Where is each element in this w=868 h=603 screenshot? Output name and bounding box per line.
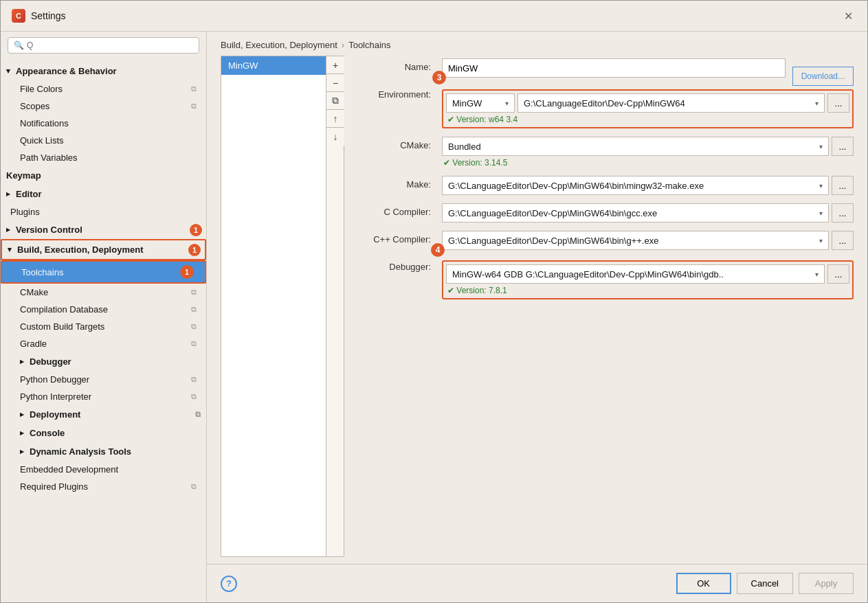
breadcrumb-sep: › — [342, 40, 344, 50]
sidebar-item-compilation-db[interactable]: Compilation Database ⧉ — [1, 301, 206, 318]
debugger-badge: 4 — [431, 243, 445, 257]
sidebar-item-label: Build, Execution, Deployment — [17, 244, 143, 255]
title-bar-left: C Settings — [12, 9, 66, 23]
copy-icon: ⧉ — [191, 102, 197, 111]
sidebar-item-label: Compilation Database — [20, 304, 108, 315]
copy-icon: ⧉ — [191, 84, 197, 93]
sidebar-item-gradle[interactable]: Gradle ⧉ — [1, 335, 206, 352]
remove-toolchain-button[interactable]: − — [326, 74, 344, 92]
add-toolchain-button[interactable]: + — [326, 56, 344, 74]
apply-button[interactable]: Apply — [799, 573, 854, 594]
sidebar-item-embedded-development[interactable]: Embedded Development — [1, 461, 206, 478]
sidebar-item-file-colors[interactable]: File Colors ⧉ — [1, 80, 206, 98]
make-browse-button[interactable]: ... — [832, 176, 854, 195]
sidebar-item-python-interpreter[interactable]: Python Interpreter ⧉ — [1, 388, 206, 405]
search-input[interactable] — [27, 41, 193, 50]
close-button[interactable]: ✕ — [840, 8, 856, 24]
env-browse-button[interactable]: ... — [827, 93, 849, 113]
debugger-dropdown[interactable]: MinGW-w64 GDB G:\CLanguageEditor\Dev-Cpp… — [446, 264, 825, 284]
sidebar-item-python-debugger[interactable]: Python Debugger ⧉ — [1, 371, 206, 388]
sidebar-item-quick-lists[interactable]: Quick Lists — [1, 132, 206, 149]
search-box[interactable]: 🔍 — [8, 37, 199, 54]
sidebar-item-deployment[interactable]: Deployment ⧉ — [1, 405, 206, 424]
debugger-browse-button[interactable]: ... — [827, 264, 849, 284]
search-icon: 🔍 — [14, 41, 24, 50]
app-icon: C — [12, 9, 25, 23]
sidebar-item-editor[interactable]: Editor — [1, 185, 206, 203]
bottom-bar: ? OK Cancel Apply — [207, 564, 867, 602]
chevron-down-icon: ▾ — [505, 100, 509, 107]
sidebar-item-cmake[interactable]: CMake ⧉ — [1, 284, 206, 301]
name-input[interactable] — [442, 58, 786, 78]
cmake-browse-button[interactable]: ... — [832, 137, 854, 156]
debugger-label: Debugger: — [355, 258, 431, 272]
cpp-compiler-value-label: G:\CLanguageEditor\Dev-Cpp\MinGW64\bin\g… — [448, 236, 658, 246]
sidebar-item-scopes[interactable]: Scopes ⧉ — [1, 98, 206, 115]
env-version-text: ✔ Version: w64 3.4 — [446, 115, 849, 124]
move-down-button[interactable]: ↓ — [326, 128, 344, 146]
debugger-highlight-wrapper: MinGW-w64 GDB G:\CLanguageEditor\Dev-Cpp… — [442, 260, 854, 299]
dialog-body: 🔍 Appearance & Behavior File Colors ⧉ Sc… — [1, 32, 867, 602]
sidebar-item-custom-build-targets[interactable]: Custom Build Targets ⧉ — [1, 318, 206, 335]
env-path-dropdown[interactable]: G:\CLanguageEditor\Dev-Cpp\MinGW64 ▾ — [518, 93, 825, 113]
settings-dialog: C Settings ✕ 🔍 Appearance & Behavior Fil… — [0, 0, 868, 603]
sidebar-item-label: Dynamic Analysis Tools — [30, 446, 131, 457]
chevron-down-icon: ▾ — [815, 271, 819, 278]
sidebar-item-path-variables[interactable]: Path Variables — [1, 149, 206, 166]
sidebar-item-keymap[interactable]: Keymap — [1, 166, 206, 185]
cpp-compiler-dropdown[interactable]: G:\CLanguageEditor\Dev-Cpp\MinGW64\bin\g… — [442, 231, 829, 250]
sidebar-item-appearance[interactable]: Appearance & Behavior — [1, 62, 206, 80]
sidebar-item-label: Keymap — [6, 170, 41, 181]
cmake-value-label: Bundled — [448, 141, 481, 152]
sidebar-item-label: Notifications — [20, 118, 69, 128]
cmake-field: Bundled ▾ ... ✔ Version: 3.14.5 — [442, 137, 854, 168]
cpp-compiler-row: C++ Compiler: G:\CLanguageEditor\Dev-Cpp… — [355, 231, 854, 250]
c-compiler-browse-button[interactable]: ... — [832, 203, 854, 223]
env-type-dropdown[interactable]: MinGW ▾ — [446, 93, 515, 113]
cmake-row: CMake: Bundled ▾ ... ✔ Version: 3.14.5 — [355, 137, 854, 168]
sidebar-item-plugins[interactable]: Plugins — [1, 203, 206, 220]
sidebar-item-toolchains[interactable]: Toolchains 1 — [1, 260, 206, 284]
sidebar-list: Appearance & Behavior File Colors ⧉ Scop… — [1, 59, 206, 602]
make-dropdown[interactable]: G:\CLanguageEditor\Dev-Cpp\MinGW64\bin\m… — [442, 176, 829, 195]
c-compiler-dropdown[interactable]: G:\CLanguageEditor\Dev-Cpp\MinGW64\bin\g… — [442, 203, 829, 223]
help-button[interactable]: ? — [221, 576, 237, 592]
debugger-value-label: MinGW-w64 GDB G:\CLanguageEditor\Dev-Cpp… — [452, 269, 724, 280]
sidebar-item-label: Version Control — [16, 225, 82, 235]
cmake-dropdown[interactable]: Bundled ▾ — [442, 137, 829, 156]
sidebar-item-label: Embedded Development — [20, 464, 118, 475]
ok-button[interactable]: OK — [676, 573, 731, 594]
chevron-down-icon: ▾ — [819, 209, 823, 217]
download-button[interactable]: Download... — [792, 67, 854, 86]
sidebar-item-version-control[interactable]: Version Control 1 — [1, 220, 206, 239]
sidebar-item-dynamic-analysis-tools[interactable]: Dynamic Analysis Tools — [1, 442, 206, 461]
env-badge: 3 — [432, 71, 446, 84]
sidebar-item-console[interactable]: Console — [1, 424, 206, 442]
toolchain-list: MinGW — [221, 56, 326, 557]
sidebar-item-debugger[interactable]: Debugger — [1, 352, 206, 371]
sidebar: 🔍 Appearance & Behavior File Colors ⧉ Sc… — [1, 32, 207, 602]
cpp-compiler-label: C++ Compiler: — [355, 231, 431, 244]
sidebar-item-label: Appearance & Behavior — [16, 66, 117, 76]
copy-toolchain-button[interactable]: ⧉ — [326, 92, 344, 110]
cmake-version-text: ✔ Version: 3.14.5 — [442, 158, 854, 168]
make-value-label: G:\CLanguageEditor\Dev-Cpp\MinGW64\bin\m… — [448, 181, 704, 191]
chevron-down-icon: ▾ — [819, 143, 823, 150]
sidebar-item-label: Python Debugger — [20, 374, 89, 385]
cpp-compiler-browse-button[interactable]: ... — [832, 231, 854, 250]
sidebar-item-required-plugins[interactable]: Required Plugins ⧉ — [1, 478, 206, 495]
move-up-button[interactable]: ↑ — [326, 110, 344, 128]
sidebar-item-label: Console — [30, 428, 65, 438]
breadcrumb-part2: Toolchains — [348, 40, 390, 50]
copy-icon: ⧉ — [195, 410, 201, 419]
c-compiler-value-label: G:\CLanguageEditor\Dev-Cpp\MinGW64\bin\g… — [448, 208, 657, 218]
sidebar-item-notifications[interactable]: Notifications — [1, 115, 206, 132]
debugger-version-text: ✔ Version: 7.8.1 — [446, 286, 849, 295]
copy-icon: ⧉ — [191, 322, 197, 331]
toolchain-side-buttons: + − ⧉ ↑ ↓ — [326, 56, 344, 557]
cancel-button[interactable]: Cancel — [737, 573, 793, 594]
toolchain-item-mingw[interactable]: MinGW — [221, 56, 326, 75]
cmake-input-row: Bundled ▾ ... — [442, 137, 854, 156]
sidebar-item-build-execution[interactable]: Build, Execution, Deployment 1 — [1, 239, 206, 260]
environment-label: Environment: — [355, 86, 431, 100]
